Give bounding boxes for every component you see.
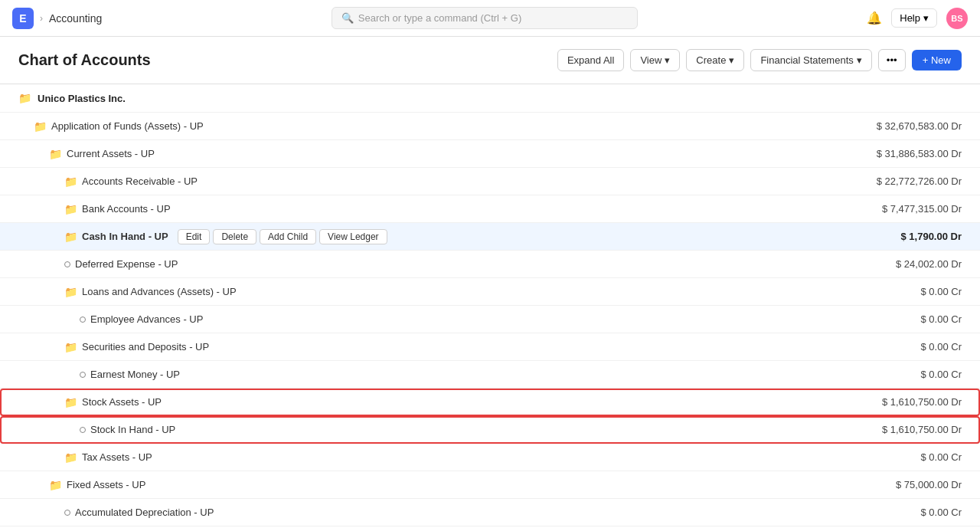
financial-statements-button[interactable]: Financial Statements ▾ — [750, 49, 871, 71]
edit-button[interactable]: Edit — [178, 229, 211, 244]
account-list: 📁Application of Funds (Assets) - UP$ 32,… — [0, 113, 980, 528]
search-icon: 🔍 — [341, 12, 354, 24]
account-label: Loans and Advances (Assets) - UP — [82, 286, 237, 297]
create-label: Create — [696, 54, 726, 66]
account-row[interactable]: 📁Cash In Hand - UPEditDeleteAdd ChildVie… — [0, 223, 980, 251]
account-row[interactable]: Stock In Hand - UP$ 1,610,750.00 Dr — [0, 416, 980, 444]
header-actions: Expand All View ▾ Create ▾ Financial Sta… — [557, 49, 962, 71]
account-label: Accumulated Depreciation - UP — [75, 507, 214, 518]
account-label: Earnest Money - UP — [90, 369, 180, 380]
account-row[interactable]: 📁Bank Accounts - UP$ 7,477,315.00 Dr — [0, 195, 980, 223]
account-row[interactable]: Accumulated Depreciation - UP$ 0.00 Cr — [0, 499, 980, 526]
account-row[interactable]: 📁Stock Assets - UP$ 1,610,750.00 Dr — [0, 389, 980, 416]
company-row: 📁 Unico Plastics Inc. — [0, 84, 980, 113]
search-area: 🔍 Search or type a command (Ctrl + G) — [332, 7, 638, 29]
folder-icon: 📁 — [64, 396, 77, 408]
account-row[interactable]: Employee Advances - UP$ 0.00 Cr — [0, 306, 980, 333]
company-name: Unico Plastics Inc. — [38, 93, 126, 104]
circle-icon — [64, 261, 70, 267]
view-button[interactable]: View ▾ — [630, 49, 680, 71]
create-button[interactable]: Create ▾ — [686, 49, 744, 71]
circle-icon — [80, 316, 86, 323]
help-label: Help — [900, 12, 920, 24]
account-label: Accounts Receivable - UP — [82, 175, 198, 187]
account-amount: $ 32,670,583.00 Dr — [877, 120, 962, 132]
breadcrumb-separator: › — [40, 13, 43, 24]
account-amount: $ 1,790.00 Dr — [900, 231, 962, 242]
account-amount: $ 0.00 Cr — [921, 507, 962, 518]
account-amount: $ 0.00 Cr — [921, 341, 962, 353]
account-amount: $ 1,610,750.00 Dr — [882, 396, 962, 408]
add-child-button[interactable]: Add Child — [260, 229, 316, 244]
navbar: E › Accounting 🔍 Search or type a comman… — [0, 0, 980, 37]
help-button[interactable]: Help ▾ — [891, 8, 937, 28]
account-label: Employee Advances - UP — [90, 313, 203, 325]
more-options-button[interactable]: ••• — [878, 49, 906, 71]
account-label: Tax Assets - UP — [82, 451, 152, 463]
account-label: Stock In Hand - UP — [90, 424, 175, 435]
account-label: Current Assets - UP — [67, 148, 155, 159]
account-label: Application of Funds (Assets) - UP — [51, 120, 204, 132]
help-chevron-icon: ▾ — [923, 12, 929, 24]
account-row[interactable]: 📁Current Assets - UP$ 31,886,583.00 Dr — [0, 140, 980, 168]
folder-icon: 📁 — [49, 148, 62, 160]
dots-icon: ••• — [887, 54, 897, 66]
page-title: Chart of Accounts — [18, 51, 151, 69]
account-amount: $ 0.00 Cr — [921, 313, 962, 325]
account-row[interactable]: 📁Application of Funds (Assets) - UP$ 32,… — [0, 113, 980, 140]
page-header: Chart of Accounts Expand All View ▾ Crea… — [0, 37, 980, 84]
account-amount: $ 31,886,583.00 Dr — [877, 148, 962, 159]
circle-icon — [80, 427, 86, 433]
search-box[interactable]: 🔍 Search or type a command (Ctrl + G) — [332, 7, 638, 29]
account-label: Deferred Expense - UP — [75, 258, 178, 270]
folder-icon: 📁 — [34, 120, 47, 133]
avatar[interactable]: BS — [946, 8, 968, 29]
account-amount: $ 1,610,750.00 Dr — [882, 424, 962, 435]
account-amount: $ 24,002.00 Dr — [896, 258, 962, 270]
account-label: Cash In Hand - UP — [82, 231, 168, 242]
notification-bell-icon[interactable]: 🔔 — [867, 11, 882, 25]
account-label: Bank Accounts - UP — [82, 203, 171, 215]
main-content: 📁 Unico Plastics Inc. 📁Application of Fu… — [0, 84, 980, 528]
account-amount: $ 22,772,726.00 Dr — [877, 175, 962, 187]
folder-icon: 📁 — [64, 341, 77, 353]
circle-icon — [64, 510, 70, 516]
account-row[interactable]: 📁Accounts Receivable - UP$ 22,772,726.00… — [0, 168, 980, 195]
delete-button[interactable]: Delete — [213, 229, 256, 244]
company-folder-icon: 📁 — [18, 92, 31, 104]
account-row[interactable]: 📁Securities and Deposits - UP$ 0.00 Cr — [0, 333, 980, 361]
inline-actions: EditDeleteAdd ChildView Ledger — [178, 229, 387, 244]
account-amount: $ 75,000.00 Dr — [896, 479, 962, 490]
account-row[interactable]: 📁Tax Assets - UP$ 0.00 Cr — [0, 444, 980, 471]
account-amount: $ 0.00 Cr — [921, 451, 962, 463]
app-title: Accounting — [49, 12, 102, 25]
account-amount: $ 0.00 Cr — [921, 286, 962, 297]
folder-icon: 📁 — [49, 479, 62, 491]
create-chevron-icon: ▾ — [729, 54, 734, 66]
folder-icon: 📁 — [64, 175, 77, 188]
navbar-left: E › Accounting — [12, 8, 102, 29]
account-amount: $ 7,477,315.00 Dr — [882, 203, 962, 215]
account-row[interactable]: 📁Fixed Assets - UP$ 75,000.00 Dr — [0, 471, 980, 499]
financial-label: Financial Statements — [760, 54, 853, 66]
financial-chevron-icon: ▾ — [857, 54, 862, 66]
view-ledger-button[interactable]: View Ledger — [319, 229, 387, 244]
navbar-right: 🔔 Help ▾ BS — [867, 8, 968, 29]
folder-icon: 📁 — [64, 451, 77, 464]
view-label: View — [640, 54, 662, 66]
view-chevron-icon: ▾ — [665, 54, 670, 66]
search-placeholder: Search or type a command (Ctrl + G) — [358, 12, 522, 24]
folder-icon: 📁 — [64, 286, 77, 298]
app-icon[interactable]: E — [12, 8, 34, 29]
account-row[interactable]: 📁Loans and Advances (Assets) - UP$ 0.00 … — [0, 278, 980, 306]
folder-icon: 📁 — [64, 231, 77, 243]
account-row[interactable]: Earnest Money - UP$ 0.00 Cr — [0, 361, 980, 389]
account-amount: $ 0.00 Cr — [921, 369, 962, 380]
account-label: Stock Assets - UP — [82, 396, 162, 408]
account-label: Fixed Assets - UP — [67, 479, 145, 490]
account-label: Securities and Deposits - UP — [82, 341, 209, 353]
new-button[interactable]: + New — [912, 50, 962, 71]
account-row[interactable]: Deferred Expense - UP$ 24,002.00 Dr — [0, 251, 980, 278]
circle-icon — [80, 372, 86, 378]
expand-all-button[interactable]: Expand All — [557, 49, 624, 71]
